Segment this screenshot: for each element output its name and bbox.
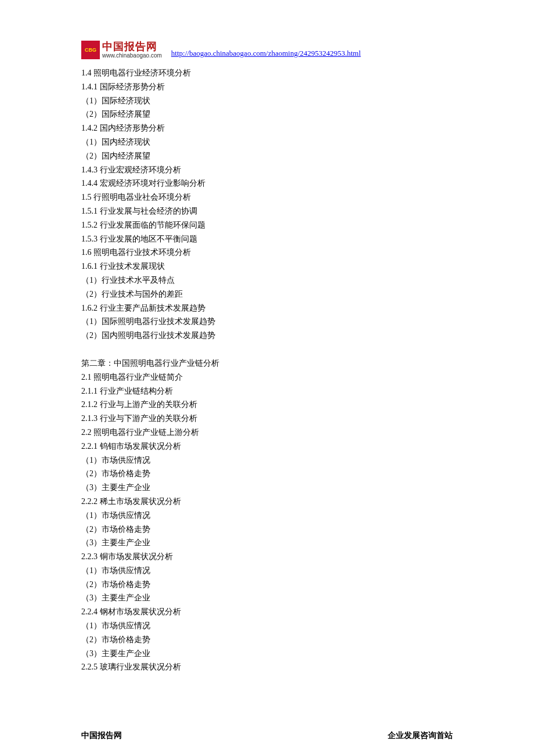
toc-item: 1.6.2 行业主要产品新技术发展趋势 <box>81 301 453 315</box>
toc-item: 2.1 照明电器行业产业链简介 <box>81 370 453 384</box>
toc-item: 1.4.3 行业宏观经济环境分析 <box>81 163 453 177</box>
toc-item: 1.6 照明电器行业技术环境分析 <box>81 246 453 260</box>
toc-item: （1）市场供应情况 <box>81 564 453 578</box>
toc-item: 第二章：中国照明电器行业产业链分析 <box>81 357 453 370</box>
toc-item: （1）国际经济现状 <box>81 94 453 108</box>
toc-item: 2.1.1 行业产业链结构分析 <box>81 384 453 398</box>
toc-item: （2）国际经济展望 <box>81 107 453 121</box>
toc-item: （2）国内经济展望 <box>81 149 453 163</box>
toc-item: 1.5 行照明电器业社会环境分析 <box>81 190 453 204</box>
blank-line <box>81 343 453 357</box>
toc-item: （3）主要生产企业 <box>81 536 453 550</box>
toc-item: （1）市场供应情况 <box>81 619 453 633</box>
document-page: CBG 中国报告网 www.chinabaogao.com http://bao… <box>0 0 534 756</box>
toc-item: 2.2.1 钨钼市场发展状况分析 <box>81 440 453 453</box>
toc-item: 1.4.2 国内经济形势分析 <box>81 121 453 135</box>
toc-item: （2）市场价格走势 <box>81 523 453 537</box>
toc-item: 1.4.1 国际经济形势分析 <box>81 80 453 94</box>
footer-left: 中国报告网 <box>81 730 122 741</box>
toc-item: （3）主要生产企业 <box>81 481 453 495</box>
toc-item: 2.2.4 钢材市场发展状况分析 <box>81 605 453 619</box>
toc-item: （2）国内照明电器行业技术发展趋势 <box>81 329 453 343</box>
page-header: CBG 中国报告网 www.chinabaogao.com http://bao… <box>81 41 453 59</box>
toc-item: （2）市场价格走势 <box>81 578 453 592</box>
source-url-link[interactable]: http://baogao.chinabaogao.com/zhaoming/2… <box>171 49 361 59</box>
toc-item: （2）行业技术与国外的差距 <box>81 287 453 301</box>
toc-item: 2.2.2 稀土市场发展状况分析 <box>81 495 453 509</box>
logo-icon: CBG <box>81 41 100 59</box>
toc-item: 1.5.3 行业发展的地区不平衡问题 <box>81 232 453 246</box>
logo-chinese: 中国报告网 <box>102 41 162 53</box>
toc-item: 1.4.4 宏观经济环境对行业影响分析 <box>81 177 453 190</box>
page-footer: 中国报告网 企业发展咨询首站 <box>81 730 453 741</box>
toc-item: 1.5.1 行业发展与社会经济的协调 <box>81 204 453 218</box>
logo-block: CBG 中国报告网 www.chinabaogao.com <box>81 41 162 59</box>
toc-item: 1.4 照明电器行业经济环境分析 <box>81 66 453 80</box>
table-of-contents: 1.4 照明电器行业经济环境分析 1.4.1 国际经济形势分析 （1）国际经济现… <box>81 66 453 674</box>
toc-item: （1）市场供应情况 <box>81 509 453 523</box>
toc-item: （3）主要生产企业 <box>81 591 453 605</box>
toc-item: 1.6.1 行业技术发展现状 <box>81 260 453 273</box>
logo-text: 中国报告网 www.chinabaogao.com <box>102 41 162 59</box>
toc-item: 2.2.3 铜市场发展状况分析 <box>81 550 453 564</box>
toc-item: 2.1.2 行业与上游产业的关联分析 <box>81 398 453 412</box>
toc-item: （1）行业技术水平及特点 <box>81 273 453 287</box>
toc-item: 2.2.5 玻璃行业发展状况分析 <box>81 660 453 674</box>
toc-item: 2.1.3 行业与下游产业的关联分析 <box>81 412 453 426</box>
toc-item: （1）市场供应情况 <box>81 453 453 467</box>
toc-item: （3）主要生产企业 <box>81 647 453 661</box>
toc-item: （2）市场价格走势 <box>81 633 453 647</box>
footer-right: 企业发展咨询首站 <box>388 730 453 741</box>
toc-item: （2）市场价格走势 <box>81 467 453 481</box>
toc-item: （1）国内经济现状 <box>81 135 453 149</box>
toc-item: 1.5.2 行业发展面临的节能环保问题 <box>81 218 453 232</box>
logo-english: www.chinabaogao.com <box>102 52 162 59</box>
toc-item: （1）国际照明电器行业技术发展趋势 <box>81 315 453 329</box>
toc-item: 2.2 照明电器行业产业链上游分析 <box>81 426 453 440</box>
